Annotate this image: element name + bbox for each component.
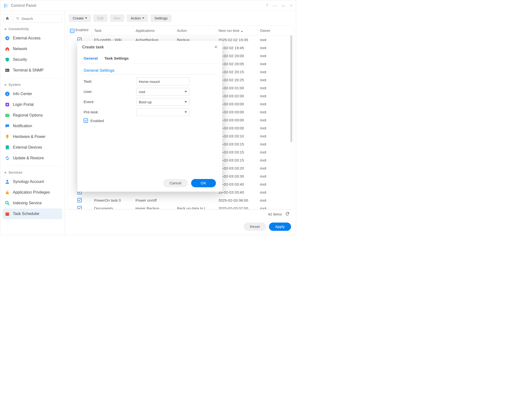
sidebar-item-external-access[interactable]: External Access bbox=[3, 33, 62, 44]
create-button[interactable]: Create bbox=[69, 14, 91, 22]
create-task-dialog: Create task × General Task Settings Gene… bbox=[77, 41, 222, 192]
cell-owner: root bbox=[257, 76, 293, 84]
sidebar-item-network[interactable]: Network bbox=[3, 44, 62, 54]
window-title: Control Panel bbox=[11, 3, 36, 8]
sidebar-nav[interactable]: ConnectivityExternal AccessNetworkSecuri… bbox=[0, 24, 65, 235]
titlebar: Control Panel ? — ▭ × bbox=[0, 0, 296, 11]
item-count: 42 items bbox=[268, 212, 282, 216]
dialog-cancel-button[interactable]: Cancel bbox=[163, 179, 188, 187]
row-enabled-checkbox[interactable] bbox=[77, 206, 82, 209]
cell-owner: root bbox=[257, 148, 293, 156]
col-header-applications[interactable]: Applications bbox=[133, 26, 174, 36]
pretask-select[interactable] bbox=[136, 108, 190, 116]
cell-applications: Power on/off bbox=[133, 196, 174, 204]
dialog-close-button[interactable]: × bbox=[214, 44, 217, 50]
home-button[interactable] bbox=[3, 14, 11, 23]
svg-rect-1 bbox=[6, 4, 8, 7]
sync-icon bbox=[5, 155, 10, 161]
sidebar-item-terminal-snmp[interactable]: Terminal & SNMP bbox=[3, 65, 62, 76]
event-label: Event: bbox=[84, 100, 136, 104]
portal-icon bbox=[5, 102, 10, 107]
cell-owner: root bbox=[257, 60, 293, 68]
task-input[interactable]: Home mount bbox=[136, 77, 190, 85]
app-icon bbox=[4, 3, 9, 8]
search-input[interactable] bbox=[21, 17, 59, 21]
cell-owner: root bbox=[257, 52, 293, 60]
col-header-next-run[interactable]: Next run time bbox=[216, 26, 257, 36]
cell-task: Documents bbox=[92, 204, 133, 209]
sidebar-item-label: Synology Account bbox=[13, 180, 44, 184]
sidebar-item-update-restore[interactable]: Update & Restore bbox=[3, 153, 62, 163]
user-select[interactable]: root bbox=[136, 88, 190, 96]
cell-owner: root bbox=[257, 108, 293, 116]
table-row[interactable]: PowerOn task 0Power on/off2025-02-03 06:… bbox=[67, 196, 293, 204]
search-field[interactable] bbox=[13, 14, 62, 23]
pretask-label: Pre-task: bbox=[84, 110, 136, 114]
svg-rect-19 bbox=[6, 212, 9, 213]
settings-button[interactable]: Settings bbox=[151, 14, 171, 22]
apply-button[interactable]: Apply bbox=[269, 222, 291, 231]
cell-action: Back up data to l… bbox=[175, 204, 216, 209]
sidebar-item-hardware-power[interactable]: Hardware & Power bbox=[3, 131, 62, 142]
lock-icon bbox=[5, 190, 10, 195]
chevron-up-icon bbox=[4, 172, 7, 173]
sidebar-item-task-scheduler[interactable]: Task Scheduler bbox=[3, 208, 62, 219]
sidebar-item-login-portal[interactable]: Login Portal bbox=[3, 99, 62, 110]
sidebar-item-label: Indexing Service bbox=[13, 201, 42, 205]
tab-general[interactable]: General bbox=[84, 53, 98, 64]
row-enabled-checkbox[interactable] bbox=[77, 198, 82, 202]
action-button[interactable]: Action bbox=[127, 14, 148, 22]
sidebar-item-label: Login Portal bbox=[13, 102, 34, 107]
reset-button[interactable]: Reset bbox=[244, 222, 266, 231]
col-header-task[interactable]: Task bbox=[92, 26, 133, 36]
sidebar-item-indexing-service[interactable]: Indexing Service bbox=[3, 198, 62, 208]
svg-rect-5 bbox=[7, 49, 8, 51]
sidebar-item-info-center[interactable]: iInfo Center bbox=[3, 88, 62, 99]
caret-down-icon bbox=[142, 18, 144, 19]
sidebar-item-security[interactable]: Security bbox=[3, 54, 62, 65]
close-window-button[interactable]: × bbox=[290, 3, 293, 8]
house-net-icon bbox=[5, 46, 10, 52]
col-header-owner[interactable]: Owner bbox=[257, 26, 293, 36]
vertical-scrollbar[interactable] bbox=[290, 35, 292, 142]
cell-next-run: 2025-02-03 06:00 bbox=[216, 196, 257, 204]
page-footer: Reset Apply bbox=[65, 219, 296, 235]
tab-task-settings[interactable]: Task Settings bbox=[104, 53, 129, 64]
sidebar-item-synology-account[interactable]: Synology Account bbox=[3, 176, 62, 187]
calendar-icon bbox=[5, 211, 10, 216]
table-row[interactable]: DocumentsHyper BackupBack up data to l…2… bbox=[67, 204, 293, 209]
sidebar-item-label: Hardware & Power bbox=[13, 134, 46, 139]
minimize-button[interactable]: — bbox=[273, 3, 277, 8]
cell-action bbox=[175, 196, 216, 204]
sidebar-item-label: Notification bbox=[13, 124, 32, 128]
sidebar-item-notification[interactable]: Notification bbox=[3, 121, 62, 131]
nav-group-header[interactable]: Connectivity bbox=[3, 25, 62, 33]
select-all-checkbox[interactable] bbox=[70, 29, 74, 33]
nav-group-header[interactable]: System bbox=[3, 81, 62, 88]
sidebar-item-application-privileges[interactable]: Application Privileges bbox=[3, 187, 62, 198]
svg-line-17 bbox=[8, 204, 10, 205]
event-select[interactable]: Boot-up bbox=[136, 98, 190, 106]
sidebar-item-regional-options[interactable]: Regional Options bbox=[3, 110, 62, 121]
chevron-up-icon bbox=[4, 84, 7, 85]
globe-arrow-icon bbox=[5, 36, 10, 41]
col-header-enabled[interactable]: Enabled bbox=[67, 26, 92, 36]
dialog-ok-button[interactable]: OK bbox=[191, 179, 216, 187]
sidebar-item-label: Regional Options bbox=[13, 113, 43, 117]
search-icon bbox=[5, 201, 10, 206]
col-header-action[interactable]: Action bbox=[175, 26, 216, 36]
enabled-checkbox[interactable] bbox=[84, 118, 88, 123]
help-button[interactable]: ? bbox=[266, 3, 268, 8]
cell-owner: root bbox=[257, 84, 293, 92]
refresh-button[interactable] bbox=[285, 211, 290, 217]
caret-down-icon bbox=[85, 18, 87, 19]
cell-owner: root bbox=[257, 124, 293, 132]
task-label: Task: bbox=[84, 79, 136, 84]
chevron-up-icon bbox=[4, 28, 7, 30]
cell-owner: root bbox=[257, 140, 293, 148]
sidebar-item-external-devices[interactable]: External Devices bbox=[3, 142, 62, 153]
terminal-icon bbox=[5, 68, 10, 73]
sidebar-item-label: Task Scheduler bbox=[13, 211, 39, 216]
nav-group-header[interactable]: Services bbox=[3, 169, 62, 176]
maximize-button[interactable]: ▭ bbox=[281, 3, 285, 8]
